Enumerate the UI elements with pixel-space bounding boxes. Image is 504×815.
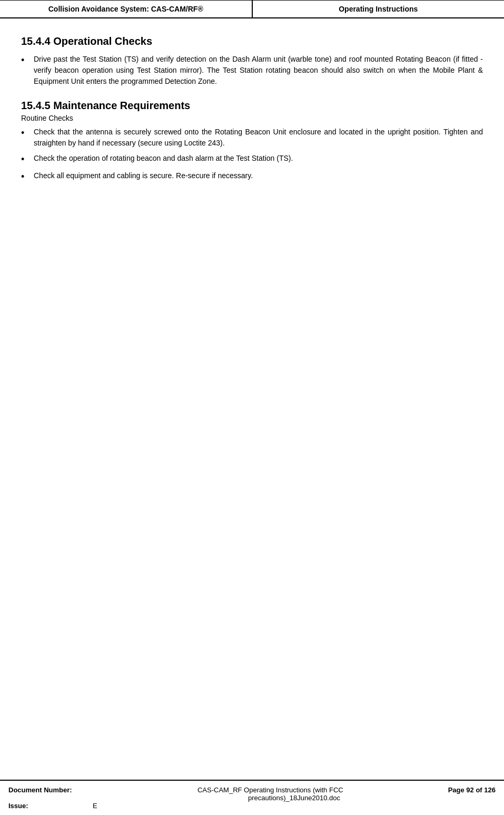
- footer-issue-value: E: [93, 802, 496, 810]
- page-header: Collision Avoidance System: CAS-CAM/RF® …: [0, 0, 504, 18]
- footer-filename-row: precautions)_18June2010.doc: [8, 794, 496, 802]
- bullet-icon: •: [21, 127, 32, 140]
- section-15-4-4-list: • Drive past the Test Station (TS) and v…: [21, 54, 483, 87]
- section-15-4-4: 15.4.4 Operational Checks • Drive past t…: [21, 35, 483, 87]
- header-left: Collision Avoidance System: CAS-CAM/RF®: [0, 1, 253, 17]
- footer-issue-label: Issue:: [8, 802, 93, 810]
- section-15-4-4-title: 15.4.4 Operational Checks: [21, 35, 483, 47]
- footer-filename: precautions)_18June2010.doc: [93, 794, 496, 802]
- section-15-4-5-title: 15.4.5 Maintenance Requirements: [21, 100, 483, 112]
- bullet-text: Check the operation of rotating beacon a…: [34, 153, 483, 164]
- footer-document-row: Document Number: CAS-CAM_RF Operating In…: [8, 786, 496, 794]
- footer-page-info: Page 92 of 126: [448, 786, 496, 794]
- list-item: • Drive past the Test Station (TS) and v…: [21, 54, 483, 87]
- section-15-4-5: 15.4.5 Maintenance Requirements Routine …: [21, 100, 483, 183]
- bullet-icon: •: [21, 54, 32, 67]
- list-item: • Check all equipment and cabling is sec…: [21, 170, 483, 183]
- bullet-text: Check that the antenna is securely screw…: [34, 127, 483, 149]
- section-15-4-5-list: • Check that the antenna is securely scr…: [21, 127, 483, 183]
- main-content: 15.4.4 Operational Checks • Drive past t…: [0, 18, 504, 780]
- footer-document-label: Document Number:: [8, 786, 93, 794]
- list-item: • Check the operation of rotating beacon…: [21, 153, 483, 166]
- page-wrapper: Collision Avoidance System: CAS-CAM/RF® …: [0, 0, 504, 815]
- bullet-text: Drive past the Test Station (TS) and ver…: [34, 54, 483, 87]
- footer-issue-row: Issue: E: [8, 802, 496, 810]
- footer-document-value: CAS-CAM_RF Operating Instructions (with …: [93, 786, 448, 794]
- bullet-icon: •: [21, 170, 32, 183]
- page-footer: Document Number: CAS-CAM_RF Operating In…: [0, 780, 504, 815]
- list-item: • Check that the antenna is securely scr…: [21, 127, 483, 149]
- bullet-text: Check all equipment and cabling is secur…: [34, 170, 483, 181]
- routine-checks-label: Routine Checks: [21, 114, 483, 122]
- bullet-icon: •: [21, 153, 32, 166]
- header-right: Operating Instructions: [253, 1, 505, 17]
